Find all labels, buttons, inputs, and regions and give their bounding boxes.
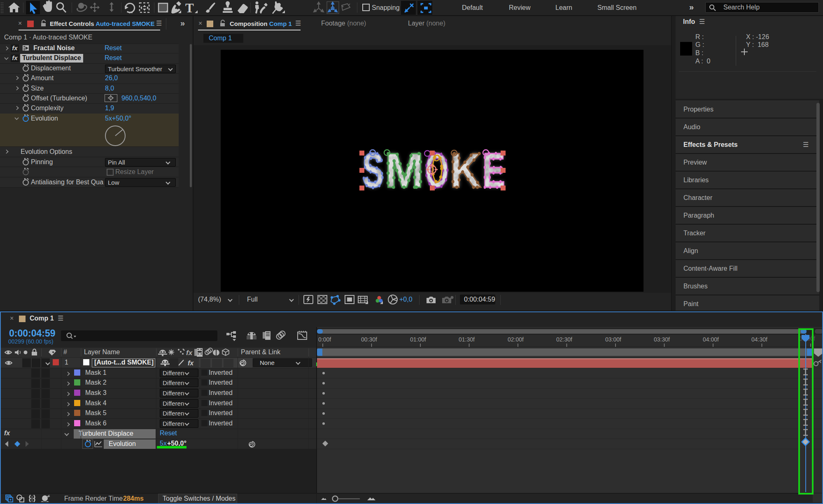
svg-text:M: M xyxy=(385,143,424,197)
svg-text:S: S xyxy=(362,143,384,197)
svg-text:K: K xyxy=(450,143,481,197)
svg-text:T: T xyxy=(185,1,194,15)
svg-text:fx: fx xyxy=(186,349,193,357)
svg-text:fx: fx xyxy=(188,360,194,367)
